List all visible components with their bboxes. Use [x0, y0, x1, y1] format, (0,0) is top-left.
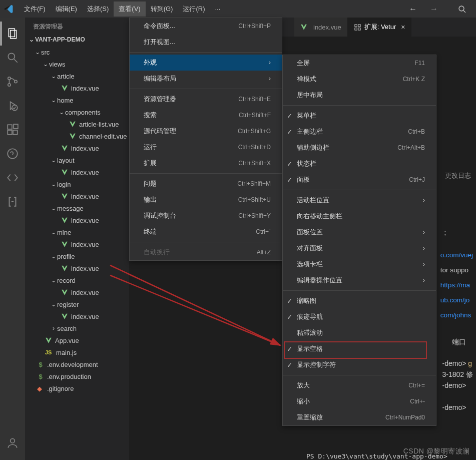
menu-command-palette[interactable]: 命令面板...Ctrl+Shift+P	[130, 18, 282, 34]
file-main-js[interactable]: JSmain.js	[25, 346, 129, 358]
file-article-list[interactable]: article-list.vue	[25, 118, 129, 130]
menu-word-wrap[interactable]: 自动换行Alt+Z	[130, 244, 282, 260]
file-article-index[interactable]: index.vue	[25, 82, 129, 94]
menu-scm[interactable]: 源代码管理Ctrl+Shift+G	[130, 123, 282, 139]
folder-src[interactable]: ⌄src	[25, 46, 129, 58]
menu-edit[interactable]: 编辑(E)	[51, 2, 82, 17]
menu-panel-position[interactable]: 面板位置›	[283, 224, 436, 240]
menu-sticky-scroll[interactable]: 粘滞滚动	[283, 325, 436, 341]
menu-fullscreen[interactable]: 全屏F11	[283, 55, 436, 71]
menu-zen-mode[interactable]: 禅模式Ctrl+K Z	[283, 71, 436, 87]
menu-render-control-chars[interactable]: ✓显示控制字符	[283, 357, 436, 373]
menu-editor-actions-position[interactable]: 编辑器操作位置›	[283, 272, 436, 288]
menu-run[interactable]: 运行(R)	[178, 2, 210, 17]
menu-selection[interactable]: 选择(S)	[82, 2, 114, 17]
activity-explorer-icon[interactable]	[1, 22, 25, 46]
menu-view[interactable]: 查看(V)	[114, 2, 145, 17]
menu-overflow[interactable]: ···	[210, 2, 225, 16]
term-text: g	[468, 359, 472, 367]
menu-file[interactable]: 文件(F)	[19, 2, 51, 17]
menu-centered-layout[interactable]: 居中布局	[283, 87, 436, 103]
menu-debug-console[interactable]: 调试控制台Ctrl+Shift+Y	[130, 208, 282, 224]
file-env-dev[interactable]: $.env.development	[25, 358, 129, 370]
file-channel-edit[interactable]: channel-edit.vue	[25, 130, 129, 142]
activity-account-icon[interactable]	[1, 431, 25, 455]
menu-zoom-reset[interactable]: 重置缩放Ctrl+NumPad0	[283, 409, 436, 425]
menu-appearance[interactable]: 外观›	[130, 55, 282, 71]
menu-problems[interactable]: 问题Ctrl+Shift+M	[130, 176, 282, 192]
menu-panel[interactable]: ✓面板Ctrl+J	[283, 172, 436, 188]
menu-render-whitespace[interactable]: ✓显示空格	[283, 341, 436, 357]
folder-layout[interactable]: ⌄layout	[25, 154, 129, 166]
terminal-ports-tab[interactable]: 端口	[452, 338, 466, 347]
file-record-index[interactable]: index.vue	[25, 286, 129, 298]
tab-extension-vetur[interactable]: 扩展: Vetur ×	[348, 18, 412, 37]
menu-statusbar[interactable]: ✓状态栏	[283, 156, 436, 172]
file-register-index[interactable]: index.vue	[25, 310, 129, 322]
file-home-index[interactable]: index.vue	[25, 142, 129, 154]
folder-search[interactable]: ›search	[25, 322, 129, 334]
changelog-tab[interactable]: 更改日志	[445, 171, 471, 180]
activity-debug-icon[interactable]	[1, 94, 25, 118]
file-env-prod[interactable]: $.env.production	[25, 370, 129, 382]
folder-register[interactable]: ⌄register	[25, 298, 129, 310]
activity-bracket-icon[interactable]	[1, 190, 25, 214]
menu-editor-layout[interactable]: 编辑器布局›	[130, 71, 282, 87]
command-center-search-icon[interactable]	[448, 5, 466, 13]
menu-explorer[interactable]: 资源管理器Ctrl+Shift+E	[130, 91, 282, 107]
menu-menubar[interactable]: ✓菜单栏	[283, 108, 436, 124]
folder-views[interactable]: ⌄views	[25, 58, 129, 70]
activity-extensions-icon[interactable]	[1, 118, 25, 142]
folder-profile[interactable]: ⌄profile	[25, 250, 129, 262]
file-mine-index[interactable]: index.vue	[25, 238, 129, 250]
tab-index-vue[interactable]: index.vue	[294, 18, 348, 37]
vue-icon	[61, 85, 68, 92]
file-layout-index[interactable]: index.vue	[25, 166, 129, 178]
menu-align-panel[interactable]: 对齐面板›	[283, 240, 436, 256]
file-gitignore[interactable]: ◆.gitignore	[25, 382, 129, 394]
menu-terminal[interactable]: 终端Ctrl+`	[130, 224, 282, 240]
nav-back-icon[interactable]: ←	[406, 4, 420, 15]
menu-activitybar-position[interactable]: 活动栏位置›	[283, 192, 436, 208]
file-login-index[interactable]: index.vue	[25, 190, 129, 202]
folder-home[interactable]: ⌄home	[25, 94, 129, 106]
activity-search-icon[interactable]	[1, 46, 25, 70]
project-header[interactable]: ⌄ VANT-APP-DEMO	[25, 34, 129, 45]
menu-primary-sidebar[interactable]: ✓主侧边栏Ctrl+B	[283, 124, 436, 140]
link[interactable]: https://ma	[440, 278, 473, 293]
file-message-index[interactable]: index.vue	[25, 214, 129, 226]
menu-move-primary-right[interactable]: 向右移动主侧栏	[283, 208, 436, 224]
link[interactable]: ub.com/jo	[440, 293, 473, 308]
folder-mine[interactable]: ⌄mine	[25, 226, 129, 238]
folder-article[interactable]: ⌄article	[25, 70, 129, 82]
folder-record[interactable]: ⌄record	[25, 274, 129, 286]
menu-search[interactable]: 搜索Ctrl+Shift+F	[130, 107, 282, 123]
file-app-vue[interactable]: App.vue	[25, 334, 129, 346]
file-profile-index[interactable]: index.vue	[25, 262, 129, 274]
close-icon[interactable]: ×	[401, 23, 405, 31]
menu-output[interactable]: 输出Ctrl+Shift+U	[130, 192, 282, 208]
activity-chat-icon[interactable]	[1, 142, 25, 166]
menu-zoom-in[interactable]: 放大Ctrl+=	[283, 377, 436, 393]
activity-tags-icon[interactable]	[1, 166, 25, 190]
folder-login[interactable]: ⌄login	[25, 178, 129, 190]
folder-components[interactable]: ⌄components	[25, 106, 129, 118]
folder-label: layout	[57, 157, 75, 164]
folder-message[interactable]: ⌄message	[25, 202, 129, 214]
menu-open-view[interactable]: 打开视图...	[130, 34, 282, 50]
link[interactable]: com/johns	[440, 308, 473, 323]
svg-rect-20	[358, 24, 360, 26]
menu-breadcrumbs[interactable]: ✓痕迹导航	[283, 309, 436, 325]
activity-scm-icon[interactable]	[1, 70, 25, 94]
nav-forward-icon[interactable]: →	[427, 4, 441, 15]
link[interactable]: o.com/vuej	[440, 248, 473, 263]
menu-tab-bar[interactable]: 选项卡栏›	[283, 256, 436, 272]
menu-secondary-sidebar[interactable]: 辅助侧边栏Ctrl+Alt+B	[283, 140, 436, 156]
menu-run-view[interactable]: 运行Ctrl+Shift+D	[130, 139, 282, 155]
menu-go[interactable]: 转到(G)	[146, 2, 178, 17]
menu-zoom-out[interactable]: 缩小Ctrl+-	[283, 393, 436, 409]
menu-label: 显示控制字符	[297, 360, 336, 369]
chevron-down-icon: ⌄	[50, 277, 57, 284]
menu-extensions[interactable]: 扩展Ctrl+Shift+X	[130, 155, 282, 171]
menu-minimap[interactable]: ✓缩略图	[283, 293, 436, 309]
